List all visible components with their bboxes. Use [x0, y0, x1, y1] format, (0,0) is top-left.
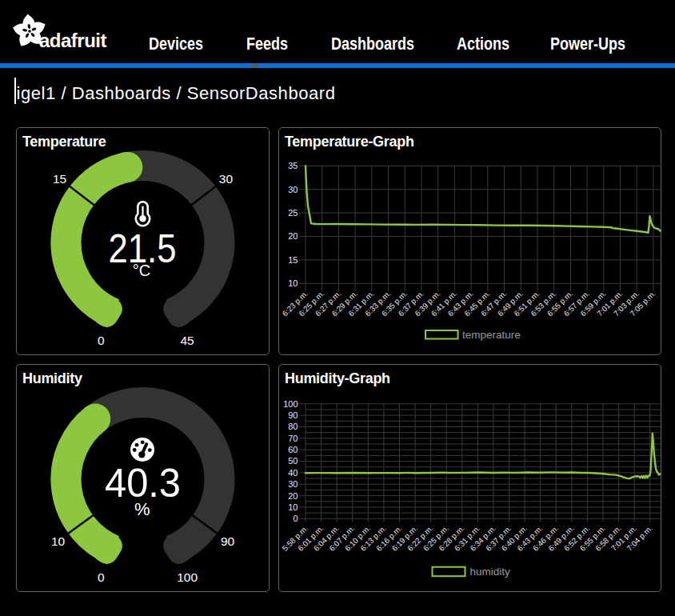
svg-text:90: 90	[288, 410, 298, 420]
svg-text:30: 30	[288, 185, 298, 194]
svg-text:°C: °C	[133, 262, 150, 279]
svg-text:20: 20	[288, 491, 298, 501]
svg-text:60: 60	[288, 445, 298, 454]
svg-text:40: 40	[288, 468, 298, 478]
svg-text:80: 80	[288, 422, 298, 431]
svg-text:45: 45	[180, 334, 194, 347]
svg-text:70: 70	[288, 434, 298, 443]
svg-text:90: 90	[221, 534, 235, 548]
svg-text:15: 15	[288, 255, 298, 265]
svg-text:25: 25	[288, 208, 298, 218]
svg-text:30: 30	[288, 479, 298, 489]
svg-text:0: 0	[98, 570, 105, 584]
svg-text:%: %	[134, 499, 150, 519]
svg-text:20: 20	[288, 231, 298, 241]
svg-text:10: 10	[288, 278, 298, 288]
svg-text:30: 30	[219, 172, 234, 186]
svg-text:0: 0	[293, 514, 298, 523]
svg-text:10: 10	[288, 502, 298, 512]
svg-text:temperature: temperature	[462, 329, 521, 341]
svg-text:humidity: humidity	[470, 566, 511, 578]
svg-text:0: 0	[98, 334, 105, 347]
svg-text:35: 35	[288, 161, 298, 170]
svg-text:10: 10	[51, 534, 66, 548]
svg-text:100: 100	[177, 570, 198, 584]
svg-text:100: 100	[283, 399, 298, 409]
svg-text:15: 15	[53, 172, 66, 186]
svg-text:50: 50	[288, 456, 298, 466]
